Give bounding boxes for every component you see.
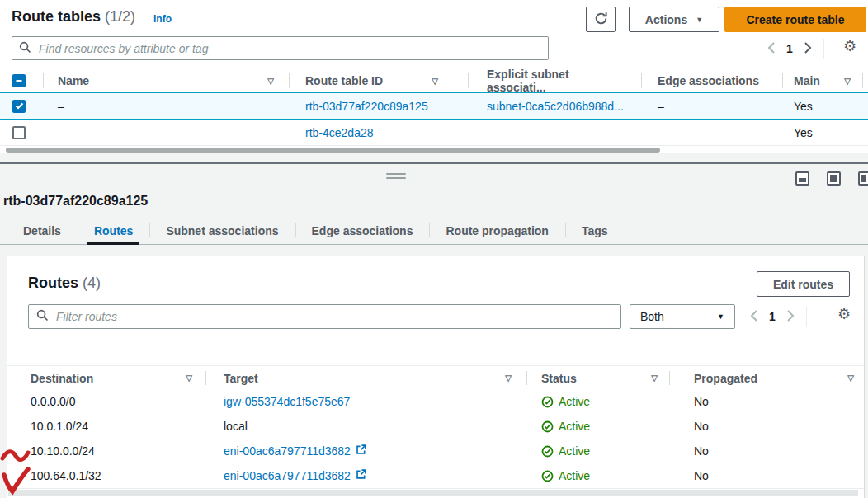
cell-target: local: [224, 420, 248, 433]
route-type-dropdown[interactable]: Both ▼: [630, 304, 735, 329]
column-header-explicit-subnet[interactable]: Explicit subnet associati...: [468, 68, 641, 93]
route-tables-header-row: Name ▽ Route table ID ▽ Explicit subnet …: [0, 68, 868, 94]
resource-search: [12, 36, 549, 60]
column-header-overflow: [862, 68, 868, 93]
current-page: 1: [769, 310, 776, 323]
cell-edge: –: [641, 93, 782, 119]
table-row[interactable]: – rtb-03d77af220c89a125 subnet-0ca5c2d06…: [0, 92, 868, 120]
edit-routes-button[interactable]: Edit routes: [757, 271, 850, 297]
cell-main: Yes: [782, 120, 862, 145]
route-table-id-link[interactable]: rtb-4ce2da28: [305, 126, 374, 139]
status-badge: Active: [541, 469, 590, 482]
cell-name: –: [43, 120, 289, 145]
divider: [823, 39, 824, 59]
column-header-main[interactable]: Main ▽: [782, 68, 862, 93]
cell-destination: 0.0.0.0/0: [7, 389, 205, 414]
table-pagination: 1: [767, 39, 824, 59]
route-tables-panel: Route tables (1/2) Info Actions ▼ Create…: [0, 0, 868, 153]
table-row[interactable]: – rtb-4ce2da28 – – Yes: [0, 120, 868, 146]
column-header-destination[interactable]: Destination ▽: [7, 366, 205, 390]
next-page-button[interactable]: [804, 42, 812, 56]
status-badge: Active: [541, 444, 590, 458]
next-page-button[interactable]: [787, 310, 795, 324]
split-drag-handle[interactable]: [386, 173, 406, 181]
detail-title: rtb-03d77af220c89a125: [3, 194, 148, 209]
chevron-down-icon: ▼: [717, 312, 724, 321]
layout-bottom-panel-icon[interactable]: [795, 171, 809, 186]
sort-icon[interactable]: ▽: [267, 77, 274, 86]
sort-icon[interactable]: ▽: [505, 374, 512, 383]
cell-propagated: No: [669, 389, 864, 414]
routes-filter-input[interactable]: [54, 309, 613, 324]
page-title-text: Route tables: [12, 8, 101, 25]
divider: [806, 307, 807, 327]
layout-side-panel-icon[interactable]: [858, 171, 868, 186]
tab-route-propagation[interactable]: Route propagation: [429, 217, 564, 244]
current-page: 1: [786, 42, 793, 55]
status-badge: Active: [541, 420, 590, 433]
preferences-gear-icon[interactable]: ⚙: [837, 307, 851, 322]
column-header-status[interactable]: Status ▽: [526, 366, 669, 390]
layout-full-panel-icon[interactable]: [827, 171, 841, 186]
column-header-name[interactable]: Name ▽: [43, 68, 289, 93]
route-row: 10.0.1.0/24localActiveNo: [7, 414, 864, 439]
sort-icon[interactable]: ▽: [432, 77, 438, 86]
panel-divider: [0, 162, 868, 164]
routes-count: (4): [83, 275, 101, 291]
select-all-cell: [0, 68, 43, 93]
status-ok-icon: [541, 396, 554, 408]
preferences-gear-icon[interactable]: ⚙: [843, 39, 856, 54]
row-checkbox[interactable]: [12, 100, 26, 113]
target-link[interactable]: eni-00ac6a797711d3682: [224, 444, 351, 458]
column-header-propagated[interactable]: Propagated ▽: [669, 366, 864, 390]
external-link-icon[interactable]: [356, 444, 366, 458]
cell-propagated: No: [669, 463, 864, 488]
routes-header-row: Destination ▽ Target ▽ Status ▽ Propagat…: [7, 365, 864, 391]
sort-icon[interactable]: ▽: [651, 374, 658, 383]
info-link[interactable]: Info: [153, 13, 172, 25]
horizontal-scrollbar[interactable]: [8, 490, 858, 496]
subnet-link[interactable]: subnet-0ca5c2d06b988d...: [487, 100, 624, 113]
tab-details[interactable]: Details: [7, 217, 78, 244]
sort-icon[interactable]: ▽: [847, 374, 854, 383]
search-icon: [36, 309, 49, 324]
external-link-icon[interactable]: [356, 469, 366, 482]
cell-edge: –: [641, 120, 782, 145]
target-link[interactable]: igw-055374dc1f5e75e67: [224, 395, 350, 408]
routes-card-title: Routes (4): [28, 275, 101, 292]
sort-icon[interactable]: ▽: [844, 77, 851, 86]
row-checkbox[interactable]: [12, 126, 26, 139]
select-all-checkbox[interactable]: [12, 74, 26, 87]
create-route-table-button[interactable]: Create route table: [724, 7, 866, 32]
status-ok-icon: [541, 445, 554, 458]
route-type-value: Both: [640, 310, 664, 323]
prev-page-button[interactable]: [750, 310, 757, 324]
tab-edge-associations[interactable]: Edge associations: [295, 217, 430, 244]
detail-tabs: DetailsRoutesSubnet associationsEdge ass…: [0, 217, 868, 245]
target-link[interactable]: eni-00ac6a797711d3682: [224, 469, 351, 482]
route-table-id-link[interactable]: rtb-03d77af220c89a125: [305, 100, 428, 113]
column-header-target[interactable]: Target ▽: [205, 366, 526, 390]
tab-tags[interactable]: Tags: [565, 217, 625, 244]
horizontal-scrollbar[interactable]: [6, 148, 660, 153]
status-badge: Active: [541, 395, 590, 408]
sort-icon[interactable]: ▽: [186, 374, 192, 383]
cell-propagated: No: [669, 414, 864, 439]
search-input[interactable]: [37, 41, 541, 56]
cell-name: –: [43, 93, 289, 119]
layout-toggle-group: [795, 171, 868, 186]
detail-panel: rtb-03d77af220c89a125 DetailsRoutesSubne…: [0, 153, 868, 498]
routes-card: Routes (4) Edit routes Both ▼ 1: [7, 256, 865, 498]
prev-page-button[interactable]: [767, 42, 775, 56]
refresh-button[interactable]: [586, 7, 616, 32]
tab-subnet-associations[interactable]: Subnet associations: [149, 217, 295, 244]
route-row: 0.0.0.0/0igw-055374dc1f5e75e67ActiveNo: [7, 389, 864, 415]
actions-label: Actions: [645, 13, 687, 26]
route-row: 10.10.0.0/24eni-00ac6a797711d3682ActiveN…: [7, 439, 864, 464]
search-icon: [19, 41, 31, 56]
tab-routes[interactable]: Routes: [78, 217, 149, 244]
column-header-route-table-id[interactable]: Route table ID ▽: [289, 68, 468, 93]
page-title: Route tables (1/2): [12, 8, 135, 26]
actions-button[interactable]: Actions ▼: [629, 7, 719, 32]
column-header-edge-associations[interactable]: Edge associations: [641, 68, 782, 93]
